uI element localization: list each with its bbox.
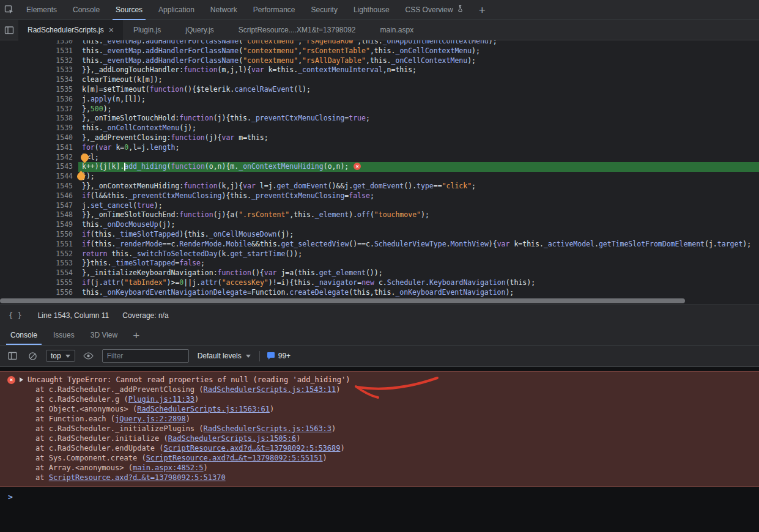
code-token: j=a(this xyxy=(277,268,315,277)
stack-link[interactable]: RadSchedulerScripts.js:1563:3 xyxy=(204,424,332,433)
line-number[interactable]: 1538 xyxy=(0,114,78,124)
more-tabs-icon[interactable] xyxy=(472,0,493,20)
code-token: "contextmenu" xyxy=(243,46,298,55)
file-tab-scriptresource-xm1-t-13798092[interactable]: ScriptResource....XM1&t=13798092 xyxy=(229,20,365,40)
main-tab-console[interactable]: Console xyxy=(65,0,108,20)
line-number[interactable]: 1543 xyxy=(0,162,78,172)
main-tab-security[interactable]: Security xyxy=(303,0,346,20)
stack-frame: at c.RadScheduler.endUpdate (ScriptResou… xyxy=(0,443,759,453)
line-number[interactable]: 1550 xyxy=(0,230,78,240)
stack-link[interactable]: jQuery.js:2:2898 xyxy=(115,415,186,423)
close-icon[interactable] xyxy=(109,26,114,34)
filter-input[interactable] xyxy=(102,349,189,363)
log-levels-label: Default levels xyxy=(198,352,242,360)
drawer-tab-3d-view[interactable]: 3D View xyxy=(83,325,125,345)
scrollbar-thumb[interactable] xyxy=(0,298,685,303)
clear-console-icon[interactable] xyxy=(26,349,39,363)
code-text: if(j.attr("tabIndex")>=0||j.attr("access… xyxy=(78,278,759,288)
main-tab-css-overview[interactable]: CSS Overview xyxy=(398,0,472,20)
messages-badge[interactable]: 99+ xyxy=(267,352,291,360)
inspect-icon[interactable] xyxy=(0,0,18,20)
main-tab-label: Lighthouse xyxy=(354,0,390,20)
code-editor[interactable]: 1530this._eventMap.addHandlerForClassNam… xyxy=(0,40,759,297)
line-number[interactable]: 1544 xyxy=(0,172,78,182)
stack-link[interactable]: ScriptResource.axd?d…&t=13798092:5:55151 xyxy=(146,454,323,462)
code-line: 1549this._onDocMouseUp(j); xyxy=(0,220,759,230)
file-tab-main-aspx[interactable]: main.aspx xyxy=(371,20,423,40)
line-number[interactable]: 1551 xyxy=(0,240,78,249)
file-tab-jquery-js[interactable]: jQuery.js xyxy=(176,20,223,40)
code-token: ,this xyxy=(370,46,391,55)
line-number[interactable]: 1530 xyxy=(0,40,78,46)
code-text: this._eventMap.addHandlerForClassName("c… xyxy=(78,40,759,46)
line-number[interactable]: 1531 xyxy=(0,46,78,56)
expand-triangle-icon[interactable] xyxy=(20,377,23,382)
stack-link[interactable]: Plugin.js:11:33 xyxy=(128,395,194,404)
code-token: },_addPreventClosing: xyxy=(82,133,171,142)
file-tab-plugin-js[interactable]: Plugin.js xyxy=(124,20,170,40)
stack-link[interactable]: RadSchedulerScripts.js:1543:11 xyxy=(204,385,336,394)
stack-text: at c.RadScheduler.initialize ( xyxy=(35,434,168,443)
stack-link[interactable]: main.aspx:4852:5 xyxy=(133,464,204,472)
code-token: "tabIndex" xyxy=(124,278,166,287)
main-tab-label: Elements xyxy=(26,0,57,20)
more-drawer-tools-icon[interactable] xyxy=(125,325,147,345)
code-token: "contextmenu" xyxy=(243,40,298,45)
line-number[interactable]: 1536 xyxy=(0,95,78,105)
line-number[interactable]: 1539 xyxy=(0,124,78,133)
code-line: 1544}); xyxy=(0,172,759,182)
console-sidebar-icon[interactable] xyxy=(6,349,19,363)
line-number[interactable]: 1540 xyxy=(0,133,78,143)
main-tab-application[interactable]: Application xyxy=(150,0,202,20)
navigator-toggle-icon[interactable] xyxy=(0,20,18,40)
stack-text: at Object.<anonymous> ( xyxy=(35,405,137,413)
line-number[interactable]: 1552 xyxy=(0,249,78,259)
line-number[interactable]: 1556 xyxy=(0,288,78,297)
line-number[interactable]: 1546 xyxy=(0,191,78,201)
stack-link[interactable]: RadSchedulerScripts.js:1505:6 xyxy=(168,434,297,443)
main-tab-sources[interactable]: Sources xyxy=(108,0,150,20)
log-levels-dropdown[interactable]: Default levels xyxy=(196,352,253,360)
line-number[interactable]: 1542 xyxy=(0,153,78,163)
code-token: function xyxy=(171,133,204,142)
code-token: clearTimeout(k[m]); xyxy=(82,75,163,84)
horizontal-scrollbar[interactable] xyxy=(0,297,759,305)
main-tab-elements[interactable]: Elements xyxy=(18,0,65,20)
code-token: attr xyxy=(201,278,218,287)
console-prompt-icon[interactable]: > xyxy=(8,492,13,501)
console-prompt-row[interactable]: > xyxy=(0,487,759,501)
console-output[interactable]: Uncaught TypeError: Cannot read properti… xyxy=(0,367,759,532)
line-number[interactable]: 1548 xyxy=(0,210,78,220)
eye-icon[interactable] xyxy=(82,349,95,363)
main-tab-label: CSS Overview xyxy=(405,0,453,20)
stack-link[interactable]: ScriptResource.axd?d…&t=13798092:5:51370 xyxy=(49,473,226,482)
main-tab-lighthouse[interactable]: Lighthouse xyxy=(346,0,398,20)
main-tab-performance[interactable]: Performance xyxy=(245,0,303,20)
stack-link[interactable]: ScriptResource.axd?d…&t=13798092:5:53689 xyxy=(164,444,341,453)
line-number[interactable]: 1533 xyxy=(0,65,78,75)
stack-link[interactable]: RadSchedulerScripts.js:1563:61 xyxy=(137,405,270,413)
line-number[interactable]: 1537 xyxy=(0,105,78,114)
line-number[interactable]: 1545 xyxy=(0,182,78,191)
line-number[interactable]: 1555 xyxy=(0,278,78,288)
line-number[interactable]: 1534 xyxy=(0,75,78,85)
line-number[interactable]: 1532 xyxy=(0,56,78,66)
line-number[interactable]: 1549 xyxy=(0,220,78,230)
pretty-print-icon[interactable] xyxy=(6,311,24,320)
code-line: 1542k<l; xyxy=(0,153,759,163)
line-number[interactable]: 1547 xyxy=(0,201,78,211)
line-number[interactable]: 1554 xyxy=(0,268,78,278)
code-token: get_startTime xyxy=(230,249,285,258)
main-tab-network[interactable]: Network xyxy=(202,0,245,20)
context-selector[interactable]: top xyxy=(46,350,75,362)
line-number[interactable]: 1541 xyxy=(0,143,78,153)
code-token: addHandlerForClassName xyxy=(146,56,239,65)
drawer-tab-issues[interactable]: Issues xyxy=(45,325,83,345)
code-token: . xyxy=(99,220,103,229)
drawer-tab-console[interactable]: Console xyxy=(2,325,45,345)
line-number[interactable]: 1553 xyxy=(0,259,78,268)
file-tab-radschedulerscripts-js[interactable]: RadSchedulerScripts.js xyxy=(18,20,123,40)
code-token: this xyxy=(82,46,99,55)
line-number[interactable]: 1535 xyxy=(0,85,78,95)
code-text: k++){j[k].add_hiding(function(o,n){m._on… xyxy=(78,162,759,172)
